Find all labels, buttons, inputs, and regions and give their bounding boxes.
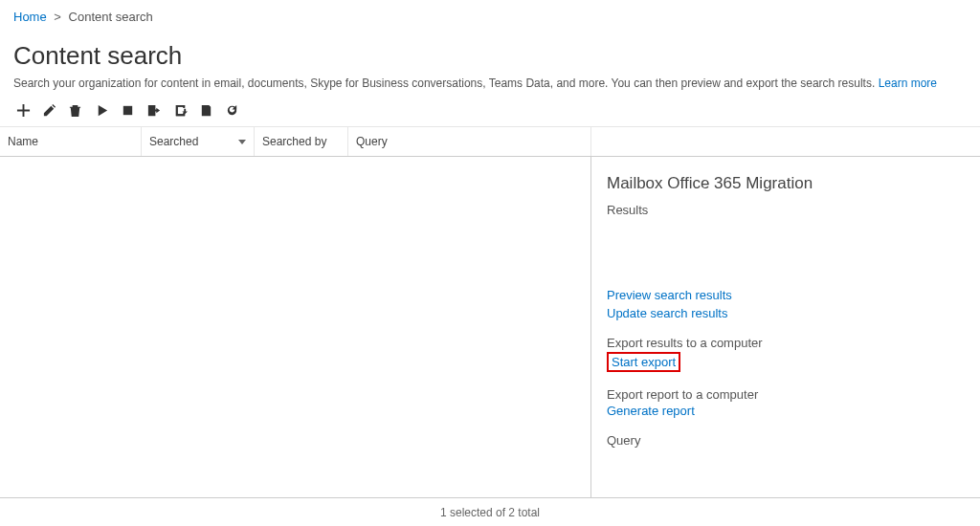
refresh-icon (225, 103, 239, 118)
new-button[interactable] (13, 101, 33, 119)
stop-button[interactable] (118, 101, 137, 119)
detail-query-label: Query (607, 433, 965, 448)
learn-more-link[interactable]: Learn more (879, 77, 937, 90)
start-export-highlight: Start export (607, 352, 680, 372)
download-button[interactable] (170, 101, 189, 119)
delete-button[interactable] (66, 101, 85, 119)
column-header-searched-label: Searched (149, 135, 198, 148)
breadcrumb-current: Content search (69, 10, 153, 24)
grid-header: Name Searched Searched by Query (0, 127, 980, 157)
breadcrumb-separator: > (54, 10, 61, 24)
update-results-link[interactable]: Update search results (607, 306, 965, 320)
generate-report-link[interactable]: Generate report (607, 404, 965, 418)
breadcrumb-home-link[interactable]: Home (13, 10, 47, 24)
stop-icon (121, 103, 135, 118)
plus-icon (16, 103, 31, 118)
column-header-name[interactable]: Name (0, 127, 142, 156)
detail-title: Mailbox Office 365 Migration (607, 174, 965, 193)
toolbar (0, 101, 980, 126)
report-icon (199, 103, 213, 118)
start-export-link[interactable]: Start export (612, 355, 676, 369)
page-description-text: Search your organization for content in … (13, 77, 875, 90)
breadcrumb: Home > Content search (0, 0, 980, 28)
page-description: Search your organization for content in … (0, 77, 980, 101)
detail-pane: Mailbox Office 365 Migration Results Pre… (591, 157, 980, 497)
pencil-icon (42, 103, 56, 118)
grid-body: Mailbox Office 365 Migration Results Pre… (0, 157, 980, 497)
start-button[interactable] (92, 101, 111, 119)
column-header-searched-by-label: Searched by (262, 135, 326, 148)
grid-rows-area[interactable] (0, 157, 591, 497)
selection-status: 1 selected of 2 total (0, 498, 980, 519)
preview-results-link[interactable]: Preview search results (607, 288, 965, 302)
download-icon (173, 103, 188, 118)
column-header-name-label: Name (8, 135, 38, 148)
export-button[interactable] (145, 101, 164, 119)
column-header-query-label: Query (356, 135, 388, 148)
page-title: Content search (0, 28, 980, 77)
trash-icon (68, 103, 82, 118)
results-grid: Name Searched Searched by Query Mailbox … (0, 126, 980, 498)
refresh-button[interactable] (223, 101, 242, 119)
export-icon (146, 103, 161, 118)
export-report-label: Export report to a computer (607, 387, 965, 402)
report-button[interactable] (196, 101, 215, 119)
column-header-detail (591, 127, 980, 156)
column-header-searched-by[interactable]: Searched by (255, 127, 348, 156)
detail-results-label: Results (607, 203, 965, 217)
column-header-query[interactable]: Query (348, 127, 591, 156)
column-header-searched[interactable]: Searched (142, 127, 255, 156)
sort-desc-icon (238, 140, 246, 144)
play-icon (95, 103, 109, 118)
edit-button[interactable] (39, 101, 58, 119)
export-results-label: Export results to a computer (607, 336, 965, 350)
